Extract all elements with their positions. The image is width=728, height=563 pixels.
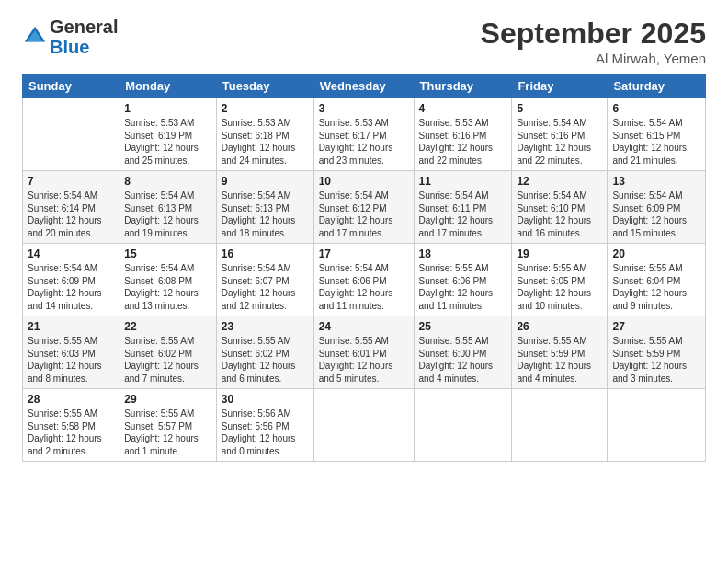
day-info: Sunrise: 5:55 AM Sunset: 6:02 PM Dayligh… [222,335,309,385]
day-number: 2 [222,102,309,115]
calendar-header-friday: Friday [512,75,608,98]
calendar-week-2: 7Sunrise: 5:54 AM Sunset: 6:14 PM Daylig… [23,171,706,244]
day-number: 15 [124,247,211,260]
calendar-cell: 19Sunrise: 5:55 AM Sunset: 6:05 PM Dayli… [512,244,608,316]
calendar-cell: 2Sunrise: 5:53 AM Sunset: 6:18 PM Daylig… [216,98,313,171]
calendar-cell: 27Sunrise: 5:55 AM Sunset: 5:59 PM Dayli… [608,316,706,389]
calendar-cell [414,389,512,462]
calendar-cell: 14Sunrise: 5:54 AM Sunset: 6:09 PM Dayli… [23,244,119,316]
day-info: Sunrise: 5:55 AM Sunset: 6:04 PM Dayligh… [612,262,700,312]
calendar-cell: 8Sunrise: 5:54 AM Sunset: 6:13 PM Daylig… [119,171,217,244]
calendar-cell: 29Sunrise: 5:55 AM Sunset: 5:57 PM Dayli… [119,389,217,462]
calendar-cell [512,389,608,462]
calendar-cell: 12Sunrise: 5:54 AM Sunset: 6:10 PM Dayli… [512,171,608,244]
day-number: 5 [517,102,602,115]
calendar-cell: 18Sunrise: 5:55 AM Sunset: 6:06 PM Dayli… [414,244,512,316]
day-info: Sunrise: 5:54 AM Sunset: 6:13 PM Dayligh… [124,190,211,239]
calendar-cell: 15Sunrise: 5:54 AM Sunset: 6:08 PM Dayli… [119,244,217,316]
calendar-header-wednesday: Wednesday [313,75,414,98]
day-number: 25 [419,320,507,333]
day-info: Sunrise: 5:54 AM Sunset: 6:12 PM Dayligh… [319,190,409,239]
day-info: Sunrise: 5:55 AM Sunset: 6:01 PM Dayligh… [319,335,409,385]
logo: General Blue [22,17,118,57]
day-number: 16 [222,247,309,260]
calendar-cell [313,389,414,462]
day-number: 26 [517,320,602,333]
day-number: 29 [124,393,211,406]
calendar-cell [608,389,706,462]
calendar-header-thursday: Thursday [414,75,512,98]
day-number: 28 [28,393,114,406]
calendar-cell: 5Sunrise: 5:54 AM Sunset: 6:16 PM Daylig… [512,98,608,171]
day-info: Sunrise: 5:54 AM Sunset: 6:13 PM Dayligh… [222,190,309,239]
calendar-cell: 13Sunrise: 5:54 AM Sunset: 6:09 PM Dayli… [608,171,706,244]
day-info: Sunrise: 5:55 AM Sunset: 6:03 PM Dayligh… [28,335,114,385]
day-info: Sunrise: 5:55 AM Sunset: 6:02 PM Dayligh… [124,335,211,385]
calendar-cell: 1Sunrise: 5:53 AM Sunset: 6:19 PM Daylig… [119,98,217,171]
calendar-header-saturday: Saturday [608,75,706,98]
logo-blue-text: Blue [50,37,89,57]
day-info: Sunrise: 5:54 AM Sunset: 6:06 PM Dayligh… [319,262,409,312]
day-number: 23 [222,320,309,333]
calendar-cell: 16Sunrise: 5:54 AM Sunset: 6:07 PM Dayli… [216,244,313,316]
day-number: 12 [517,175,602,188]
calendar-week-4: 21Sunrise: 5:55 AM Sunset: 6:03 PM Dayli… [23,316,706,389]
calendar-cell: 25Sunrise: 5:55 AM Sunset: 6:00 PM Dayli… [414,316,512,389]
day-info: Sunrise: 5:55 AM Sunset: 5:58 PM Dayligh… [28,408,114,457]
day-info: Sunrise: 5:53 AM Sunset: 6:19 PM Dayligh… [124,117,211,167]
calendar-header-tuesday: Tuesday [216,75,313,98]
calendar-cell: 6Sunrise: 5:54 AM Sunset: 6:15 PM Daylig… [608,98,706,171]
day-number: 14 [28,247,114,260]
day-info: Sunrise: 5:54 AM Sunset: 6:14 PM Dayligh… [28,190,114,239]
day-info: Sunrise: 5:54 AM Sunset: 6:07 PM Dayligh… [222,262,309,312]
day-number: 17 [319,247,409,260]
day-info: Sunrise: 5:54 AM Sunset: 6:10 PM Dayligh… [517,190,602,239]
header: General Blue September 2025 Al Mirwah, Y… [22,17,706,66]
calendar-cell: 30Sunrise: 5:56 AM Sunset: 5:56 PM Dayli… [216,389,313,462]
calendar-cell: 17Sunrise: 5:54 AM Sunset: 6:06 PM Dayli… [313,244,414,316]
logo-icon [22,24,48,50]
day-info: Sunrise: 5:55 AM Sunset: 6:00 PM Dayligh… [419,335,507,385]
calendar-cell: 23Sunrise: 5:55 AM Sunset: 6:02 PM Dayli… [216,316,313,389]
day-info: Sunrise: 5:54 AM Sunset: 6:08 PM Dayligh… [124,262,211,312]
day-info: Sunrise: 5:56 AM Sunset: 5:56 PM Dayligh… [222,408,309,457]
day-number: 7 [28,175,114,188]
day-number: 1 [124,102,211,115]
calendar-cell: 22Sunrise: 5:55 AM Sunset: 6:02 PM Dayli… [119,316,217,389]
day-number: 19 [517,247,602,260]
calendar-week-5: 28Sunrise: 5:55 AM Sunset: 5:58 PM Dayli… [23,389,706,462]
calendar-week-3: 14Sunrise: 5:54 AM Sunset: 6:09 PM Dayli… [23,244,706,316]
day-info: Sunrise: 5:54 AM Sunset: 6:09 PM Dayligh… [612,190,700,239]
calendar-week-1: 1Sunrise: 5:53 AM Sunset: 6:19 PM Daylig… [23,98,706,171]
day-number: 18 [419,247,507,260]
day-info: Sunrise: 5:55 AM Sunset: 5:59 PM Dayligh… [517,335,602,385]
day-number: 4 [419,102,507,115]
day-number: 8 [124,175,211,188]
day-info: Sunrise: 5:54 AM Sunset: 6:16 PM Dayligh… [517,117,602,167]
page: General Blue September 2025 Al Mirwah, Y… [0,0,728,563]
calendar-cell [23,98,119,171]
day-number: 6 [612,102,700,115]
day-number: 30 [222,393,309,406]
title-block: September 2025 Al Mirwah, Yemen [481,17,706,66]
day-number: 22 [124,320,211,333]
calendar-table: SundayMondayTuesdayWednesdayThursdayFrid… [22,74,706,462]
calendar-cell: 11Sunrise: 5:54 AM Sunset: 6:11 PM Dayli… [414,171,512,244]
calendar-cell: 7Sunrise: 5:54 AM Sunset: 6:14 PM Daylig… [23,171,119,244]
logo-general-text: General [50,17,118,37]
month-title: September 2025 [481,17,706,51]
day-number: 27 [612,320,700,333]
calendar-header-row: SundayMondayTuesdayWednesdayThursdayFrid… [23,75,706,98]
calendar-cell: 10Sunrise: 5:54 AM Sunset: 6:12 PM Dayli… [313,171,414,244]
day-info: Sunrise: 5:55 AM Sunset: 6:06 PM Dayligh… [419,262,507,312]
day-info: Sunrise: 5:53 AM Sunset: 6:16 PM Dayligh… [419,117,507,167]
day-number: 24 [319,320,409,333]
day-number: 9 [222,175,309,188]
calendar-cell: 28Sunrise: 5:55 AM Sunset: 5:58 PM Dayli… [23,389,119,462]
day-info: Sunrise: 5:54 AM Sunset: 6:09 PM Dayligh… [28,262,114,312]
calendar-cell: 24Sunrise: 5:55 AM Sunset: 6:01 PM Dayli… [313,316,414,389]
day-number: 21 [28,320,114,333]
day-info: Sunrise: 5:55 AM Sunset: 5:59 PM Dayligh… [612,335,700,385]
calendar-header-monday: Monday [119,75,217,98]
day-info: Sunrise: 5:53 AM Sunset: 6:18 PM Dayligh… [222,117,309,167]
